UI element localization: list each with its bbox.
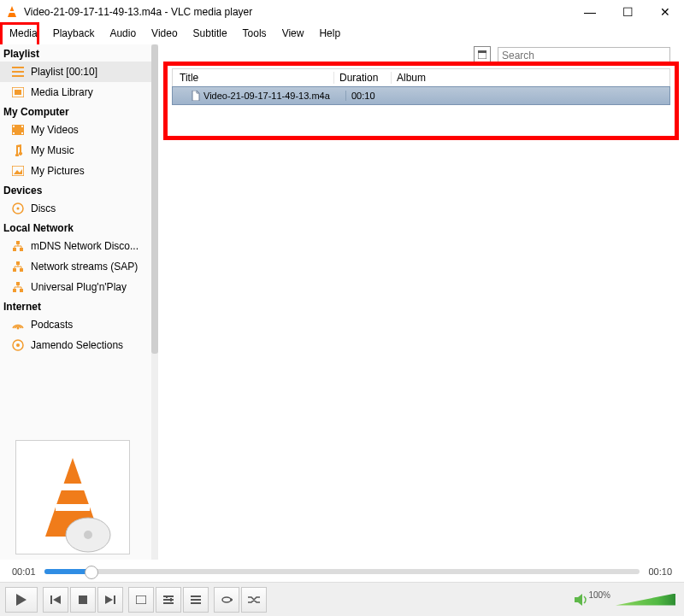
svg-rect-2 [12, 67, 24, 68]
menu-playback[interactable]: Playback [45, 26, 103, 41]
next-button[interactable] [97, 587, 123, 613]
sidebar-item-podcasts[interactable]: Podcasts [0, 314, 158, 335]
svg-point-25 [17, 327, 20, 330]
svg-rect-44 [163, 602, 174, 604]
list-icon [10, 65, 26, 79]
playlist-header: Title Duration Album [172, 68, 670, 87]
toggle-playlist-button[interactable] [183, 587, 209, 613]
svg-marker-50 [231, 598, 233, 601]
menu-subtitle[interactable]: Subtitle [186, 26, 235, 41]
sidebar-section-playlist: Playlist [0, 44, 158, 62]
svg-rect-36 [50, 595, 52, 604]
close-button[interactable]: ✕ [646, 0, 684, 24]
music-icon [10, 144, 26, 157]
svg-rect-43 [163, 599, 174, 601]
sidebar-item-label: My Music [31, 144, 74, 156]
svg-rect-29 [478, 50, 486, 53]
svg-rect-22 [16, 282, 20, 285]
volume-label: 100% [588, 590, 610, 600]
menu-audio[interactable]: Audio [102, 26, 144, 41]
play-button[interactable] [5, 587, 38, 613]
disc-icon [10, 202, 26, 215]
svg-rect-41 [136, 595, 146, 604]
svg-rect-48 [191, 599, 201, 601]
sidebar-item-my-music[interactable]: My Music [0, 140, 158, 161]
column-duration[interactable]: Duration [334, 72, 392, 84]
fullscreen-button[interactable] [128, 587, 154, 613]
title-bar: Video-21-09-17-11-49-13.m4a - VLC media … [0, 0, 684, 24]
svg-rect-24 [20, 289, 23, 292]
sidebar-item-label: Media Library [31, 86, 93, 98]
mute-button[interactable] [575, 594, 588, 606]
sidebar-item-upnp[interactable]: Universal Plug'n'Play [0, 277, 158, 297]
minimize-button[interactable]: — [571, 0, 609, 24]
svg-rect-32 [56, 504, 90, 511]
svg-marker-39 [105, 595, 113, 604]
svg-rect-9 [13, 132, 15, 134]
sidebar-item-label: Discs [31, 202, 56, 214]
search-box[interactable] [498, 47, 670, 64]
toggle-view-button[interactable] [474, 46, 491, 63]
sidebar-item-my-videos[interactable]: My Videos [0, 120, 158, 140]
sidebar-item-discs[interactable]: Discs [0, 198, 158, 219]
sidebar-item-label: Playlist [00:10] [31, 66, 97, 78]
sidebar-item-playlist[interactable]: Playlist [00:10] [0, 62, 158, 82]
extended-settings-button[interactable] [156, 587, 181, 613]
menu-help[interactable]: Help [311, 26, 348, 41]
sidebar-scrollbar[interactable] [151, 44, 158, 560]
svg-rect-19 [16, 261, 20, 265]
svg-rect-46 [170, 598, 172, 601]
svg-rect-6 [15, 90, 21, 95]
sidebar-item-media-library[interactable]: Media Library [0, 82, 158, 103]
jamendo-icon [10, 338, 26, 352]
menu-view[interactable]: View [274, 26, 312, 41]
svg-marker-35 [16, 594, 27, 606]
network-icon [10, 280, 26, 294]
menu-tools[interactable]: Tools [235, 26, 274, 41]
sidebar-item-label: mDNS Network Disco... [31, 240, 139, 252]
previous-button[interactable] [43, 587, 68, 613]
svg-rect-17 [13, 248, 16, 251]
time-elapsed: 00:01 [12, 566, 36, 577]
sidebar-item-my-pictures[interactable]: My Pictures [0, 161, 158, 181]
sidebar-section-my-computer: My Computer [0, 103, 158, 120]
svg-point-34 [84, 531, 92, 539]
maximize-button[interactable]: ☐ [609, 0, 646, 24]
svg-rect-42 [163, 595, 174, 597]
sidebar-item-label: My Pictures [31, 165, 85, 177]
sidebar-section-local-network: Local Network [0, 219, 158, 236]
menu-video[interactable]: Video [144, 26, 185, 41]
svg-rect-47 [191, 595, 201, 597]
stop-button[interactable] [70, 587, 96, 613]
svg-rect-21 [20, 268, 23, 272]
loop-button[interactable] [214, 587, 239, 613]
shuffle-button[interactable] [241, 587, 267, 613]
svg-rect-16 [16, 241, 20, 244]
svg-rect-1 [9, 11, 15, 13]
sidebar-item-sap[interactable]: Network streams (SAP) [0, 256, 158, 277]
sidebar-item-jamendo[interactable]: Jamendo Selections [0, 335, 158, 355]
album-art [15, 440, 130, 554]
sidebar-item-label: Universal Plug'n'Play [31, 281, 127, 293]
svg-rect-45 [166, 595, 168, 598]
svg-rect-49 [191, 602, 201, 604]
window-title: Video-21-09-17-11-49-13.m4a - VLC media … [24, 6, 252, 18]
menubar: Media Playback Audio Video Subtitle Tool… [0, 24, 684, 43]
network-icon [10, 239, 26, 253]
svg-rect-10 [21, 126, 23, 127]
svg-rect-40 [114, 595, 115, 604]
svg-point-27 [16, 343, 20, 347]
sidebar-item-label: Jamendo Selections [31, 339, 123, 351]
seek-slider[interactable] [44, 569, 640, 574]
sidebar-section-internet: Internet [0, 297, 158, 314]
svg-rect-3 [12, 71, 24, 73]
search-input[interactable] [498, 50, 669, 62]
column-title[interactable]: Title [173, 72, 334, 84]
volume-slider[interactable] [616, 594, 675, 606]
sidebar-item-mdns[interactable]: mDNS Network Disco... [0, 236, 158, 256]
column-album[interactable]: Album [392, 72, 669, 84]
menu-media[interactable]: Media [2, 26, 45, 41]
svg-rect-38 [79, 595, 87, 604]
sidebar-item-label: Podcasts [31, 319, 73, 331]
playlist-row[interactable]: Video-21-09-17-11-49-13.m4a 00:10 [172, 86, 670, 105]
